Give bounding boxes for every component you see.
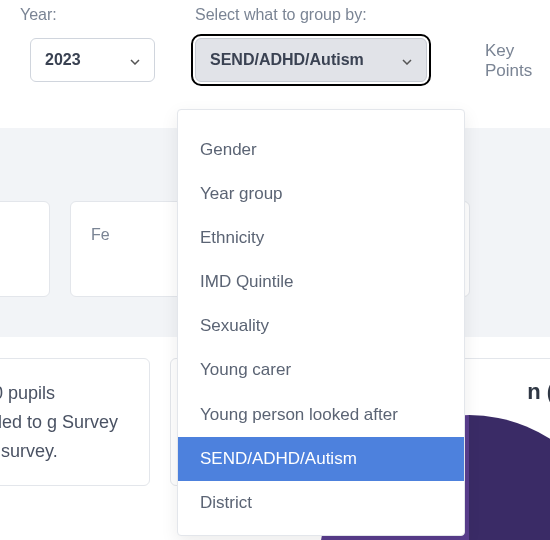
description-text: 16300 pupils sponded to g Survey g this …: [0, 383, 118, 461]
dropdown-option-year-group[interactable]: Year group: [178, 172, 464, 216]
filter-bar: Year: 2023 Select what to group by: SEND…: [0, 0, 550, 82]
dropdown-option-young-carer[interactable]: Young carer: [178, 348, 464, 392]
groupby-select[interactable]: SEND/ADHD/Autism: [195, 38, 427, 82]
year-select[interactable]: 2023: [30, 38, 155, 82]
year-label: Year:: [20, 6, 155, 24]
year-control: Year: 2023: [20, 6, 155, 82]
card-value: 3: [0, 220, 29, 254]
groupby-select-value: SEND/ADHD/Autism: [210, 51, 364, 69]
groupby-label: Select what to group by:: [195, 6, 427, 24]
dropdown-option-ethnicity[interactable]: Ethnicity: [178, 216, 464, 260]
chart-title: n (%): [527, 379, 550, 405]
chevron-down-icon: [402, 51, 412, 69]
dropdown-option-send-adhd-autism[interactable]: SEND/ADHD/Autism: [178, 437, 464, 481]
card-label: rticipated: [0, 260, 29, 278]
chevron-down-icon: [130, 51, 140, 69]
summary-card: 3 rticipated: [0, 201, 50, 297]
dropdown-option-young-person-looked-after[interactable]: Young person looked after: [178, 393, 464, 437]
dropdown-option-district[interactable]: District: [178, 481, 464, 525]
description-card: 16300 pupils sponded to g Survey g this …: [0, 358, 150, 486]
dropdown-option-imd-quintile[interactable]: IMD Quintile: [178, 260, 464, 304]
dropdown-option-sexuality[interactable]: Sexuality: [178, 304, 464, 348]
dropdown-option-gender[interactable]: Gender: [178, 128, 464, 172]
year-select-value: 2023: [45, 51, 81, 69]
groupby-dropdown-panel: Gender Year group Ethnicity IMD Quintile…: [177, 109, 465, 536]
key-points-link[interactable]: Key Points: [485, 41, 532, 81]
groupby-control: Select what to group by: SEND/ADHD/Autis…: [195, 6, 427, 82]
